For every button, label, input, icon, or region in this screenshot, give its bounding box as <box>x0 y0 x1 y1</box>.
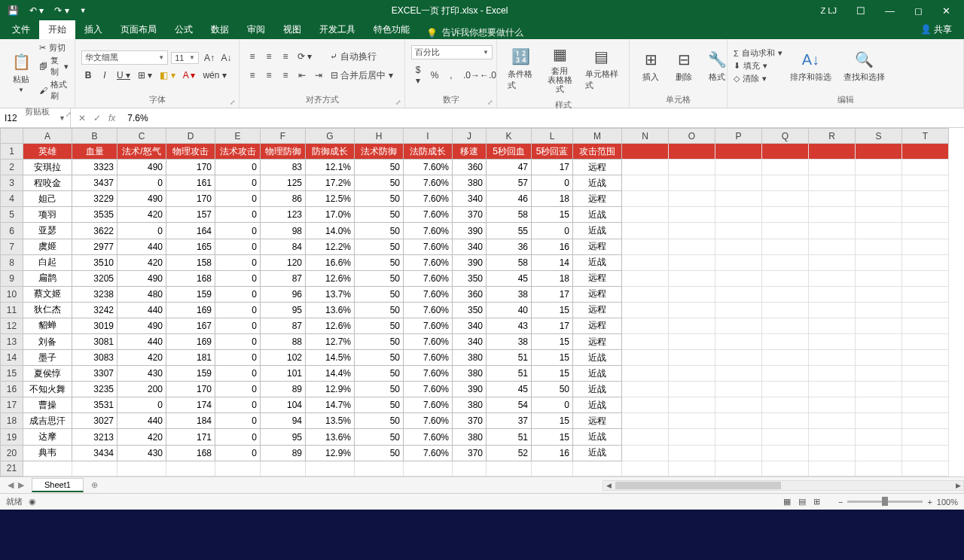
data-cell[interactable]: 不知火舞 <box>23 382 72 397</box>
empty-cell[interactable] <box>902 144 949 160</box>
empty-cell[interactable] <box>715 366 762 382</box>
empty-cell[interactable] <box>622 318 669 333</box>
data-cell[interactable]: 7.60% <box>404 207 453 223</box>
data-cell[interactable]: 50 <box>355 286 404 302</box>
data-cell[interactable]: 420 <box>117 207 166 223</box>
empty-cell[interactable] <box>715 318 762 333</box>
col-header[interactable]: I <box>404 129 453 144</box>
data-cell[interactable]: 51 <box>487 366 532 382</box>
data-cell[interactable]: 380 <box>453 175 487 191</box>
autosum-button[interactable]: Σ 自动求和 ▾ <box>734 47 782 59</box>
data-cell[interactable]: 440 <box>117 302 166 318</box>
sort-filter-button[interactable]: A↓排序和筛选 <box>786 47 836 84</box>
empty-cell[interactable] <box>902 382 949 397</box>
data-cell[interactable]: 0 <box>215 334 261 350</box>
empty-cell[interactable] <box>762 397 809 413</box>
row-header[interactable]: 20 <box>1 445 23 461</box>
data-cell[interactable]: 170 <box>166 382 215 397</box>
tab-home[interactable]: 开始 <box>39 20 75 39</box>
tab-data[interactable]: 数据 <box>202 20 238 39</box>
data-cell[interactable]: 360 <box>453 160 487 175</box>
data-cell[interactable]: 远程 <box>573 334 622 350</box>
empty-cell[interactable] <box>809 445 856 461</box>
empty-cell[interactable] <box>622 366 669 382</box>
align-middle-icon[interactable]: ≡ <box>262 50 276 62</box>
tab-file[interactable]: 文件 <box>3 20 39 39</box>
data-cell[interactable]: 14.4% <box>306 366 355 382</box>
data-cell[interactable]: 370 <box>453 207 487 223</box>
data-cell[interactable]: 50 <box>355 382 404 397</box>
row-header[interactable]: 3 <box>1 175 23 191</box>
col-header[interactable]: O <box>669 129 715 144</box>
data-cell[interactable]: 50 <box>355 397 404 413</box>
data-cell[interactable]: 3229 <box>72 191 117 207</box>
row-header[interactable]: 9 <box>1 270 23 286</box>
data-cell[interactable]: 45 <box>487 382 532 397</box>
empty-cell[interactable] <box>902 429 949 445</box>
empty-cell[interactable] <box>856 160 902 175</box>
col-header[interactable]: F <box>261 129 306 144</box>
data-cell[interactable]: 达摩 <box>23 429 72 445</box>
data-cell[interactable]: 340 <box>453 318 487 333</box>
paste-button[interactable]: 📋粘贴▼ <box>6 50 36 95</box>
data-cell[interactable]: 161 <box>166 175 215 191</box>
data-cell[interactable]: 480 <box>117 286 166 302</box>
data-cell[interactable]: 360 <box>453 286 487 302</box>
data-cell[interactable]: 50 <box>355 413 404 429</box>
empty-cell[interactable] <box>762 302 809 318</box>
data-cell[interactable]: 58 <box>487 254 532 270</box>
data-cell[interactable]: 50 <box>355 350 404 366</box>
empty-cell[interactable] <box>856 334 902 350</box>
empty-cell[interactable] <box>856 239 902 254</box>
format-painter-button[interactable]: 🖌 格式刷 <box>39 79 69 102</box>
empty-cell[interactable] <box>856 270 902 286</box>
empty-cell[interactable] <box>809 175 856 191</box>
empty-cell[interactable] <box>622 429 669 445</box>
redo-icon[interactable]: ↷ ▾ <box>54 5 69 16</box>
empty-cell[interactable] <box>669 318 715 333</box>
bold-button[interactable]: B <box>81 69 95 81</box>
data-cell[interactable]: 181 <box>166 350 215 366</box>
row-header[interactable]: 18 <box>1 413 23 429</box>
data-cell[interactable]: 12.6% <box>306 318 355 333</box>
empty-cell[interactable] <box>762 175 809 191</box>
close-icon[interactable]: ✕ <box>935 5 958 17</box>
empty-cell[interactable] <box>117 461 166 476</box>
empty-cell[interactable] <box>453 461 487 476</box>
data-cell[interactable]: 白起 <box>23 254 72 270</box>
data-cell[interactable]: 16.6% <box>306 254 355 270</box>
data-cell[interactable]: 420 <box>117 350 166 366</box>
row-header[interactable]: 12 <box>1 318 23 333</box>
align-right-icon[interactable]: ≡ <box>279 69 292 81</box>
empty-cell[interactable] <box>715 270 762 286</box>
data-cell[interactable]: 12.7% <box>306 334 355 350</box>
empty-cell[interactable] <box>856 461 902 476</box>
zoom-out-icon[interactable]: − <box>838 498 843 507</box>
row-header[interactable]: 6 <box>1 223 23 239</box>
data-cell[interactable]: 170 <box>166 191 215 207</box>
empty-cell[interactable] <box>762 413 809 429</box>
empty-cell[interactable] <box>715 302 762 318</box>
macro-record-icon[interactable]: ◉ <box>29 497 36 507</box>
empty-cell[interactable] <box>902 302 949 318</box>
empty-cell[interactable] <box>622 413 669 429</box>
data-cell[interactable]: 174 <box>166 397 215 413</box>
scroll-thumb[interactable] <box>615 482 781 489</box>
data-cell[interactable]: 0 <box>532 397 573 413</box>
empty-cell[interactable] <box>809 334 856 350</box>
data-cell[interactable]: 0 <box>215 160 261 175</box>
data-cell[interactable]: 430 <box>117 366 166 382</box>
empty-cell[interactable] <box>856 318 902 333</box>
data-cell[interactable]: 7.60% <box>404 445 453 461</box>
empty-cell[interactable] <box>669 429 715 445</box>
table-header-cell[interactable]: 攻击范围 <box>573 144 622 160</box>
data-cell[interactable]: 12.9% <box>306 382 355 397</box>
data-cell[interactable]: 102 <box>261 350 306 366</box>
clear-button[interactable]: ◇ 清除 ▾ <box>734 73 782 84</box>
empty-cell[interactable] <box>809 397 856 413</box>
cell-style-button[interactable]: ▤单元格样式 <box>581 44 623 93</box>
empty-cell[interactable] <box>902 207 949 223</box>
indent-dec-icon[interactable]: ⇤ <box>295 69 309 81</box>
insert-cells-button[interactable]: ⊞插入 <box>636 47 666 84</box>
data-cell[interactable]: 12.2% <box>306 239 355 254</box>
